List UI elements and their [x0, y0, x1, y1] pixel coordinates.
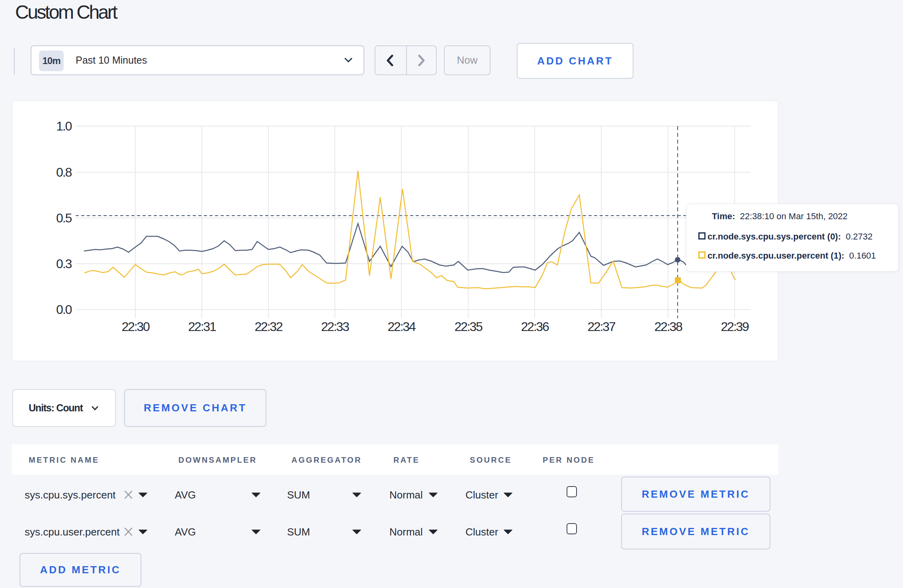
svg-text:22:37: 22:37 — [587, 319, 615, 334]
svg-text:22:32: 22:32 — [254, 319, 282, 334]
svg-text:22:39: 22:39 — [721, 319, 749, 334]
svg-text:22:38: 22:38 — [654, 319, 682, 334]
svg-text:0.5: 0.5 — [56, 211, 72, 225]
svg-text:22:34: 22:34 — [387, 319, 415, 334]
svg-text:1.0: 1.0 — [56, 119, 72, 133]
svg-text:0.0: 0.0 — [56, 302, 72, 317]
svg-text:22:36: 22:36 — [521, 319, 549, 334]
svg-text:0.8: 0.8 — [56, 165, 72, 179]
svg-text:22:31: 22:31 — [188, 319, 216, 334]
svg-text:0.3: 0.3 — [56, 257, 72, 271]
svg-text:22:30: 22:30 — [121, 319, 149, 334]
svg-text:22:35: 22:35 — [454, 319, 482, 334]
svg-text:22:33: 22:33 — [321, 319, 349, 334]
